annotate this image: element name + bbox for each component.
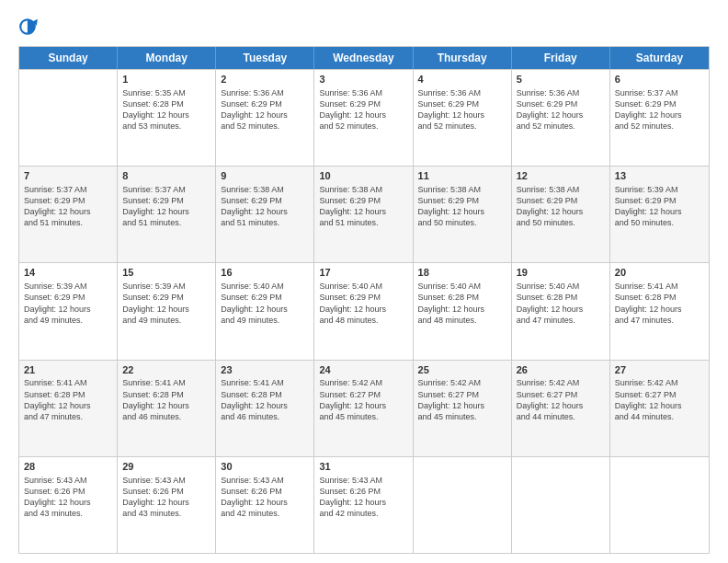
- sunrise-text: Sunrise: 5:36 AM: [517, 87, 605, 98]
- daylight-text-2: and 42 minutes.: [221, 508, 309, 519]
- sunset-text: Sunset: 6:26 PM: [221, 486, 309, 497]
- sunset-text: Sunset: 6:27 PM: [319, 389, 407, 400]
- sunset-text: Sunset: 6:29 PM: [319, 195, 407, 206]
- day-number: 28: [24, 460, 112, 474]
- sunrise-text: Sunrise: 5:38 AM: [319, 184, 407, 195]
- day-number: 2: [221, 73, 309, 86]
- day-number: 13: [615, 169, 704, 183]
- sunrise-text: Sunrise: 5:39 AM: [122, 281, 210, 292]
- sunset-text: Sunset: 6:29 PM: [517, 98, 605, 109]
- calendar-body: 1Sunrise: 5:35 AMSunset: 6:28 PMDaylight…: [19, 69, 709, 553]
- calendar: SundayMondayTuesdayWednesdayThursdayFrid…: [18, 46, 710, 554]
- day-number: 14: [24, 266, 112, 280]
- weekday-header-tuesday: Tuesday: [216, 47, 314, 69]
- daylight-text-2: and 49 minutes.: [221, 315, 309, 326]
- sunrise-text: Sunrise: 5:39 AM: [24, 281, 112, 292]
- sunrise-text: Sunrise: 5:37 AM: [24, 184, 112, 195]
- sunrise-text: Sunrise: 5:42 AM: [319, 377, 407, 388]
- sunrise-text: Sunrise: 5:41 AM: [615, 281, 704, 292]
- daylight-text-1: Daylight: 12 hours: [122, 400, 210, 411]
- daylight-text-1: Daylight: 12 hours: [221, 206, 309, 217]
- daylight-text-2: and 46 minutes.: [122, 411, 210, 422]
- sunset-text: Sunset: 6:28 PM: [122, 389, 210, 400]
- daylight-text-2: and 45 minutes.: [418, 411, 506, 422]
- calendar-row-5: 28Sunrise: 5:43 AMSunset: 6:26 PMDayligh…: [19, 456, 709, 553]
- calendar-cell-23: 23Sunrise: 5:41 AMSunset: 6:28 PMDayligh…: [216, 361, 314, 456]
- sunset-text: Sunset: 6:29 PM: [24, 195, 112, 206]
- daylight-text-2: and 44 minutes.: [517, 411, 605, 422]
- sunset-text: Sunset: 6:28 PM: [221, 389, 309, 400]
- sunset-text: Sunset: 6:26 PM: [24, 486, 112, 497]
- day-number: 3: [319, 73, 407, 86]
- daylight-text-1: Daylight: 12 hours: [319, 497, 407, 508]
- daylight-text-1: Daylight: 12 hours: [221, 304, 309, 315]
- sunrise-text: Sunrise: 5:36 AM: [221, 87, 309, 98]
- daylight-text-1: Daylight: 12 hours: [122, 206, 210, 217]
- daylight-text-1: Daylight: 12 hours: [221, 400, 309, 411]
- day-number: 17: [319, 266, 407, 280]
- day-number: 30: [221, 460, 309, 474]
- calendar-cell-14: 14Sunrise: 5:39 AMSunset: 6:29 PMDayligh…: [19, 263, 118, 359]
- daylight-text-2: and 52 minutes.: [517, 121, 605, 132]
- sunrise-text: Sunrise: 5:43 AM: [122, 475, 210, 486]
- calendar-cell-29: 29Sunrise: 5:43 AMSunset: 6:26 PMDayligh…: [118, 457, 216, 553]
- sunrise-text: Sunrise: 5:41 AM: [24, 377, 112, 388]
- sunset-text: Sunset: 6:27 PM: [615, 389, 704, 400]
- daylight-text-1: Daylight: 12 hours: [24, 497, 112, 508]
- daylight-text-2: and 47 minutes.: [24, 411, 112, 422]
- calendar-cell-24: 24Sunrise: 5:42 AMSunset: 6:27 PMDayligh…: [314, 361, 413, 456]
- daylight-text-1: Daylight: 12 hours: [615, 304, 704, 315]
- day-number: 8: [122, 169, 210, 183]
- calendar-cell-27: 27Sunrise: 5:42 AMSunset: 6:27 PMDayligh…: [610, 361, 709, 456]
- daylight-text-2: and 52 minutes.: [418, 121, 506, 132]
- sunset-text: Sunset: 6:29 PM: [418, 98, 506, 109]
- sunset-text: Sunset: 6:29 PM: [615, 195, 704, 206]
- daylight-text-1: Daylight: 12 hours: [615, 400, 704, 411]
- day-number: 18: [418, 266, 506, 280]
- sunrise-text: Sunrise: 5:40 AM: [517, 281, 605, 292]
- sunrise-text: Sunrise: 5:40 AM: [319, 281, 407, 292]
- daylight-text-2: and 49 minutes.: [122, 315, 210, 326]
- calendar-cell-3: 3Sunrise: 5:36 AMSunset: 6:29 PMDaylight…: [314, 70, 413, 166]
- calendar-cell-22: 22Sunrise: 5:41 AMSunset: 6:28 PMDayligh…: [118, 361, 216, 456]
- day-number: 5: [517, 73, 605, 86]
- calendar-cell-17: 17Sunrise: 5:40 AMSunset: 6:29 PMDayligh…: [314, 263, 413, 359]
- calendar-cell-5: 5Sunrise: 5:36 AMSunset: 6:29 PMDaylight…: [512, 70, 610, 166]
- daylight-text-2: and 51 minutes.: [122, 217, 210, 228]
- sunrise-text: Sunrise: 5:38 AM: [517, 184, 605, 195]
- daylight-text-1: Daylight: 12 hours: [615, 206, 704, 217]
- sunrise-text: Sunrise: 5:36 AM: [418, 87, 506, 98]
- calendar-cell-21: 21Sunrise: 5:41 AMSunset: 6:28 PMDayligh…: [19, 361, 118, 456]
- day-number: 27: [615, 363, 704, 377]
- daylight-text-1: Daylight: 12 hours: [517, 206, 605, 217]
- daylight-text-1: Daylight: 12 hours: [319, 206, 407, 217]
- daylight-text-2: and 47 minutes.: [615, 315, 704, 326]
- sunrise-text: Sunrise: 5:38 AM: [221, 184, 309, 195]
- sunset-text: Sunset: 6:29 PM: [221, 292, 309, 303]
- day-number: 10: [319, 169, 407, 183]
- daylight-text-1: Daylight: 12 hours: [319, 109, 407, 121]
- calendar-cell-8: 8Sunrise: 5:37 AMSunset: 6:29 PMDaylight…: [118, 167, 216, 262]
- page: SundayMondayTuesdayWednesdayThursdayFrid…: [0, 0, 728, 563]
- day-number: 22: [122, 363, 210, 377]
- calendar-row-1: 1Sunrise: 5:35 AMSunset: 6:28 PMDaylight…: [19, 69, 709, 166]
- day-number: 25: [418, 363, 506, 377]
- sunset-text: Sunset: 6:29 PM: [122, 195, 210, 206]
- sunrise-text: Sunrise: 5:41 AM: [221, 377, 309, 388]
- calendar-row-3: 14Sunrise: 5:39 AMSunset: 6:29 PMDayligh…: [19, 262, 709, 359]
- daylight-text-2: and 42 minutes.: [319, 508, 407, 519]
- sunrise-text: Sunrise: 5:39 AM: [615, 184, 704, 195]
- sunrise-text: Sunrise: 5:40 AM: [221, 281, 309, 292]
- daylight-text-2: and 44 minutes.: [615, 411, 704, 422]
- daylight-text-1: Daylight: 12 hours: [319, 304, 407, 315]
- calendar-cell-31: 31Sunrise: 5:43 AMSunset: 6:26 PMDayligh…: [314, 457, 413, 553]
- day-number: 6: [615, 73, 704, 86]
- calendar-cell-2: 2Sunrise: 5:36 AMSunset: 6:29 PMDaylight…: [216, 70, 314, 166]
- daylight-text-2: and 48 minutes.: [319, 315, 407, 326]
- sunset-text: Sunset: 6:28 PM: [24, 389, 112, 400]
- calendar-cell-empty-4-6: [610, 457, 709, 553]
- day-number: 19: [517, 266, 605, 280]
- daylight-text-1: Daylight: 12 hours: [517, 109, 605, 121]
- sunset-text: Sunset: 6:29 PM: [221, 195, 309, 206]
- day-number: 11: [418, 169, 506, 183]
